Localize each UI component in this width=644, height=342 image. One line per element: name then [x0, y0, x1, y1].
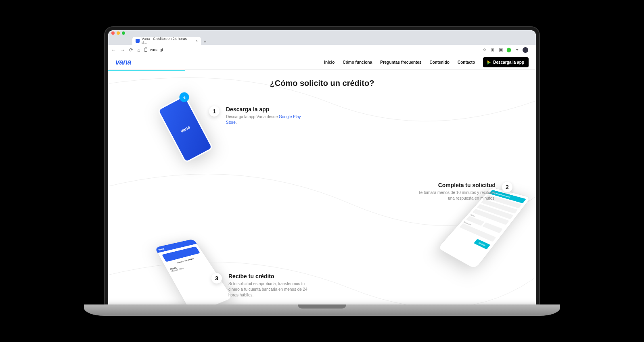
nav-como-funciona[interactable]: Cómo funciona: [343, 60, 372, 65]
traffic-lights: [111, 31, 125, 35]
phone-brand-text: vana: [180, 125, 191, 133]
favicon-icon: [136, 39, 140, 43]
main-nav: Inicio Cómo funciona Preguntas frecuente…: [324, 57, 529, 67]
nav-contenido[interactable]: Contenido: [430, 60, 450, 65]
nav-inicio[interactable]: Inicio: [324, 60, 335, 65]
phone-mockup-1: vana: [157, 95, 213, 163]
shield-icon[interactable]: ⛨: [490, 48, 495, 52]
url-text: vana.gt: [150, 48, 163, 52]
laptop-notch: [298, 304, 346, 309]
step-number: 2: [502, 182, 512, 192]
nav-buttons: ← → ⟳ ⌂: [111, 47, 140, 53]
maximize-window-button[interactable]: [122, 31, 125, 35]
step-number: 1: [209, 106, 220, 117]
step-title: Completa tu solicitud: [411, 182, 496, 188]
download-app-button[interactable]: Descarga la app: [483, 57, 529, 67]
site-header: vana Inicio Cómo funciona Preguntas frec…: [108, 55, 536, 70]
step-title: Descarga la app: [226, 106, 311, 113]
screen: Vana - Créditos en 24 horas d… × + ← → ⟳…: [108, 30, 536, 304]
toolbar-right: ☆ ⛨ ▣ ⬤ ✦: [482, 47, 533, 53]
step-title: Recibe tu crédito: [228, 273, 313, 279]
profile-avatar[interactable]: [523, 47, 528, 53]
step-desc: Si tu solicitud es aprobada, transferimo…: [228, 281, 313, 298]
home-button[interactable]: ⌂: [137, 47, 140, 53]
page-viewport: vana Inicio Cómo funciona Preguntas frec…: [108, 55, 536, 304]
tab-close-button[interactable]: ×: [195, 39, 198, 43]
browser-tab-bar: Vana - Créditos en 24 horas d… × +: [108, 36, 536, 45]
step-desc: Descarga la app Vana desde Google Play S…: [226, 114, 311, 125]
address-bar[interactable]: vana.gt: [144, 48, 478, 52]
nav-preguntas[interactable]: Preguntas frecuentes: [380, 60, 421, 65]
extension-icon[interactable]: ▣: [498, 48, 503, 52]
new-tab-button[interactable]: +: [201, 39, 209, 45]
forward-button[interactable]: →: [120, 47, 125, 53]
phone-brand-text: vana: [158, 248, 165, 251]
main-content: ¿Cómo solicito un crédito? vana 1 D: [108, 71, 536, 304]
extension-icon-2[interactable]: ⬤: [506, 48, 511, 52]
section-title: ¿Cómo solicito un crédito?: [108, 71, 536, 99]
menu-button[interactable]: [531, 48, 533, 52]
google-play-icon: [487, 60, 491, 65]
cta-label: Descarga la app: [493, 60, 524, 65]
site-logo[interactable]: vana: [115, 58, 131, 67]
step-1: 1 Descarga la app Descarga la app Vana d…: [209, 106, 311, 125]
minimize-window-button[interactable]: [117, 31, 120, 35]
step-number: 3: [211, 273, 222, 284]
lock-icon: [144, 48, 147, 52]
step-3: 3 Recibe tu crédito Si tu solicitud es a…: [211, 273, 313, 298]
form-next-button: Siguiente: [474, 239, 490, 249]
macos-titlebar: [108, 30, 536, 36]
back-button[interactable]: ←: [111, 47, 116, 53]
browser-tab[interactable]: Vana - Créditos en 24 horas d… ×: [132, 37, 201, 45]
reload-button[interactable]: ⟳: [129, 47, 133, 53]
close-window-button[interactable]: [111, 31, 115, 35]
nav-contacto[interactable]: Contacto: [458, 60, 475, 65]
step-desc: Te tomará menos de 10 minutos y recibirá…: [411, 190, 496, 201]
screen-bezel: Vana - Créditos en 24 horas d… × + ← → ⟳…: [104, 26, 540, 304]
star-icon[interactable]: ☆: [482, 48, 487, 52]
tab-title: Vana - Créditos en 24 horas d…: [142, 37, 191, 45]
step-2: 2 Completa tu solicitud Te tomará menos …: [411, 182, 512, 201]
laptop-frame: Vana - Créditos en 24 horas d… × + ← → ⟳…: [104, 26, 540, 316]
puzzle-icon[interactable]: ✦: [514, 48, 519, 52]
browser-toolbar: ← → ⟳ ⌂ vana.gt ☆ ⛨ ▣ ⬤ ✦: [108, 45, 536, 55]
laptop-base: [84, 304, 560, 316]
